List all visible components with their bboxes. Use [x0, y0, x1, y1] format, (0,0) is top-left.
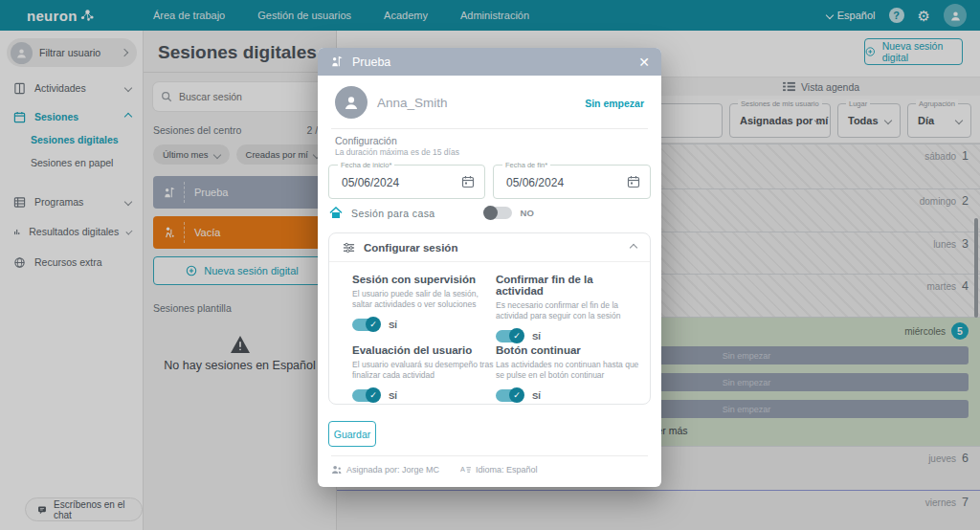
- configure-session-header[interactable]: Configurar sesión: [329, 233, 650, 262]
- toggle-check-icon: ✓: [509, 328, 524, 343]
- language-info: A Idioma: Español: [460, 465, 538, 475]
- continue-button-toggle[interactable]: ✓: [496, 389, 523, 402]
- setting-description: El usuario evaluará su desempeño tras fi…: [352, 360, 496, 382]
- configure-session-panel: Configurar sesión Sesión con supervisión…: [328, 232, 651, 405]
- setting-confirm-end: Confirmar fin de la actividad Es necesar…: [496, 274, 639, 342]
- configuration-subtitle: La duración máxima es de 15 días: [335, 147, 459, 157]
- setting-continue-button: Botón continuar Las actividades no conti…: [496, 344, 639, 402]
- svg-text:A: A: [460, 465, 465, 474]
- setting-supervision: Sesión con supervisión El usuario puede …: [352, 274, 496, 331]
- divider: [331, 128, 648, 129]
- session-flag-icon: [329, 55, 344, 69]
- divider: [331, 455, 648, 456]
- setting-description: Las actividades no continuan hasta que s…: [496, 360, 639, 382]
- configuration-title: Configuración: [335, 135, 397, 146]
- home-session-row: Sesión para casa NO: [329, 207, 534, 219]
- translate-icon: A: [460, 465, 471, 475]
- home-session-label: Sesión para casa: [351, 208, 435, 219]
- calendar-icon[interactable]: [627, 175, 640, 188]
- end-date-field[interactable]: Fecha de fin* 05/06/2024: [493, 165, 651, 199]
- supervision-toggle[interactable]: ✓: [352, 319, 380, 331]
- close-icon[interactable]: ✕: [638, 55, 650, 69]
- date-field-value: 05/06/2024: [506, 176, 564, 189]
- setting-state: SÍ: [389, 390, 397, 401]
- home-session-toggle[interactable]: [484, 207, 512, 219]
- date-field-value: 05/06/2024: [342, 176, 399, 189]
- home-session-state: NO: [521, 208, 534, 218]
- modal-title: Prueba: [352, 55, 630, 69]
- setting-title: Botón continuar: [496, 344, 639, 356]
- setting-title: Evaluación del usuario: [352, 344, 496, 356]
- language-info-label: Idioma: Español: [476, 465, 538, 475]
- modal-user-name: Anna_Smith: [377, 96, 448, 110]
- toggle-check-icon: ✓: [366, 387, 381, 403]
- calendar-icon[interactable]: [461, 175, 475, 188]
- toggle-check-icon: ✓: [509, 387, 524, 403]
- user-evaluation-toggle[interactable]: ✓: [352, 389, 380, 402]
- chevron-up-icon: [630, 243, 637, 251]
- assigned-by-label: Asignada por: Jorge MC: [346, 465, 439, 475]
- setting-user-evaluation: Evaluación del usuario El usuario evalua…: [352, 344, 496, 402]
- save-button[interactable]: Guardar: [328, 421, 376, 447]
- date-field-label: Fecha de inicio*: [338, 161, 394, 169]
- confirm-end-toggle[interactable]: ✓: [496, 330, 523, 342]
- configure-session-label: Configurar sesión: [364, 242, 622, 254]
- session-modal: Prueba ✕ Anna_Smith Sin empezar Configur…: [318, 48, 661, 487]
- people-icon: [331, 465, 342, 475]
- setting-description: El usuario puede salir de la sesión, sal…: [352, 289, 496, 311]
- modal-footer: Asignada por: Jorge MC A Idioma: Español: [331, 465, 538, 475]
- modal-header: Prueba ✕: [318, 48, 661, 76]
- assigned-by: Asignada por: Jorge MC: [331, 465, 439, 475]
- setting-description: Es necesario confirmar el fin de la acti…: [496, 300, 639, 322]
- toggle-check-icon: ✓: [366, 317, 381, 332]
- setting-title: Confirmar fin de la actividad: [496, 274, 639, 297]
- date-field-label: Fecha de fin*: [502, 161, 550, 169]
- sliders-icon: [343, 242, 355, 254]
- user-avatar: [335, 86, 368, 119]
- session-status-link[interactable]: Sin empezar: [585, 98, 644, 109]
- setting-state: SÍ: [532, 390, 541, 401]
- setting-state: SÍ: [389, 320, 397, 330]
- home-icon: [329, 207, 343, 219]
- toggle-knob: [483, 206, 498, 220]
- setting-state: SÍ: [532, 331, 541, 342]
- start-date-field[interactable]: Fecha de inicio* 05/06/2024: [328, 165, 485, 199]
- setting-title: Sesión con supervisión: [352, 274, 496, 285]
